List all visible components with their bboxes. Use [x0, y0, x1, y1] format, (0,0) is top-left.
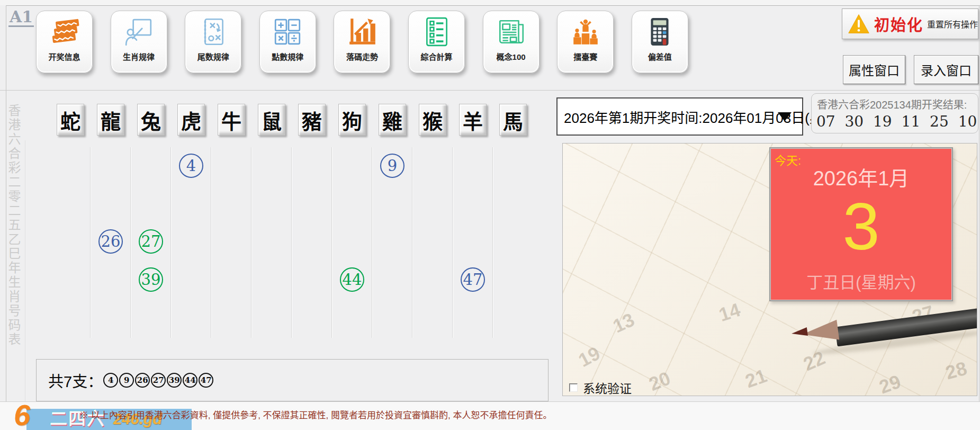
newspaper-icon — [496, 16, 526, 47]
window-top-border — [6, 5, 980, 6]
zodiac-button-12[interactable]: 馬 — [499, 104, 527, 136]
zodiac-button-7[interactable]: 豬 — [298, 104, 326, 136]
grid-number-circle[interactable]: 9 — [380, 154, 404, 178]
sidebar-vertical-title: 香港六合彩二零二五乙巳年生肖号码表 — [7, 104, 20, 347]
summary-label: 共7支： — [48, 369, 103, 391]
initialize-label: 初始化 — [874, 13, 923, 35]
grid-number-circle[interactable]: 27 — [139, 229, 163, 254]
calendar-photo-number: 14 — [716, 299, 743, 326]
last-result-panel: 香港六合彩2025134期开奖结果: 07 30 19 11 25 10+45 — [811, 93, 978, 133]
zodiac-button-11[interactable]: 羊 — [459, 104, 487, 136]
grid-column-line — [452, 147, 453, 338]
grid-column-line — [492, 147, 493, 338]
toolbar-button-label: 偏差值 — [648, 51, 672, 62]
calendar-photo-number: 21 — [742, 364, 770, 392]
toolbar-button-label: 生肖规律 — [123, 51, 155, 62]
checklist-icon — [421, 16, 452, 47]
system-verify-checkbox[interactable] — [569, 383, 578, 392]
toolbar-button-label: 綜合計算 — [420, 51, 452, 62]
grid-column-line — [251, 147, 252, 338]
toolbar-button-4[interactable]: 點數規律 — [259, 11, 316, 73]
calendar-photo-number: 28 — [943, 357, 969, 384]
books-icon — [49, 16, 80, 47]
grid-number-circle[interactable]: 39 — [139, 267, 163, 292]
warning-icon — [848, 13, 870, 34]
entry-window-button[interactable]: 录入窗口 — [914, 55, 978, 84]
calendar-photo-number: 20 — [646, 367, 674, 396]
grid-column-line — [372, 147, 373, 338]
toolbar-button-label: 概念100 — [497, 51, 526, 62]
podium-icon — [570, 16, 601, 47]
zodiac-button-3[interactable]: 兔 — [137, 104, 165, 136]
zodiac-button-5[interactable]: 牛 — [218, 104, 245, 136]
corner-label: A1 — [8, 8, 34, 27]
property-window-button[interactable]: 属性窗口 — [843, 55, 905, 84]
system-verify-row: 系统验证 — [569, 379, 632, 396]
toolbar-button-label: 尾数规律 — [197, 51, 229, 62]
grid-column-line — [291, 147, 292, 338]
today-calendar-card: 今天: 2026年1月 3 丁丑日(星期六) — [769, 147, 953, 301]
toolbar-button-1[interactable]: 开奖信息 — [36, 11, 93, 73]
calendar-day: 3 — [770, 186, 952, 266]
app-window: A1 开奖信息 生肖规律 尾数规律 點數規律 落碼走勢 綜合計算 概念100 擂… — [0, 0, 980, 430]
calendar-photo-number: 19 — [574, 342, 604, 372]
summary-number-circle: 39 — [167, 373, 182, 388]
toolbar-button-8[interactable]: 擂臺賽 — [557, 11, 614, 73]
grid-number-circle[interactable]: 44 — [340, 267, 364, 292]
reset-all-label: 重置所有操作 — [927, 17, 978, 30]
zodiac-button-6[interactable]: 鼠 — [258, 104, 285, 136]
watermark-logo-6: 6 — [14, 400, 30, 430]
grid-column-line — [130, 147, 131, 338]
bar-chart-icon — [347, 16, 377, 47]
grid-number-circle[interactable]: 26 — [98, 229, 123, 254]
toolbar-separator — [0, 90, 980, 91]
summary-number-circle: 27 — [151, 373, 166, 388]
calendar-photo-number: 13 — [609, 309, 638, 338]
selection-summary: 共7支： 492627394447 — [36, 359, 549, 401]
summary-circles: 492627394447 — [103, 373, 214, 388]
toolbar-button-3[interactable]: 尾数规律 — [185, 11, 241, 73]
math-grid-icon — [272, 16, 303, 47]
zodiac-button-1[interactable]: 蛇 — [57, 104, 84, 136]
summary-number-circle: 9 — [119, 373, 134, 388]
initialize-button[interactable]: 初始化 重置所有操作 — [842, 8, 978, 39]
toolbar-button-label: 擂臺賽 — [573, 51, 597, 62]
system-verify-label: 系统验证 — [583, 379, 632, 396]
last-result-title: 香港六合彩2025134期开奖结果: — [817, 96, 978, 112]
summary-number-circle: 44 — [183, 373, 197, 388]
zodiac-button-2[interactable]: 龍 — [97, 104, 124, 136]
toolbar-button-7[interactable]: 概念100 — [483, 11, 540, 73]
calendar-photo-number: 29 — [876, 370, 904, 396]
grid-column-line — [90, 147, 91, 338]
toolbar-button-label: 點數規律 — [272, 51, 303, 62]
zodiac-button-9[interactable]: 雞 — [379, 104, 406, 136]
chevron-down-icon[interactable] — [778, 112, 792, 121]
zodiac-board-icon — [123, 16, 154, 47]
last-result-numbers: 07 30 19 11 25 10+45 — [816, 113, 978, 130]
toolbar-button-2[interactable]: 生肖规律 — [111, 11, 167, 73]
zodiac-button-4[interactable]: 虎 — [177, 104, 205, 136]
summary-number-circle: 4 — [103, 373, 118, 388]
toolbar-button-label: 开奖信息 — [48, 51, 80, 62]
grid-number-circle[interactable]: 47 — [461, 267, 485, 292]
summary-number-circle: 26 — [135, 373, 150, 388]
calculator-icon — [644, 16, 675, 47]
toolbar-button-5[interactable]: 落碼走勢 — [334, 11, 390, 73]
grid-column-line — [211, 147, 212, 338]
zodiac-button-10[interactable]: 猴 — [419, 104, 446, 136]
grid-number-circle[interactable]: 4 — [179, 154, 203, 178]
strategy-icon — [198, 16, 229, 47]
draw-period-dropdown[interactable]: 2026年第1期开奖时间:2026年01月03日(星期六) — [556, 97, 803, 136]
disclaimer-text: ※ 以上內容引用香港六合彩資料, 僅提供參考, 不保證其正確性, 閱覽者若用於投… — [79, 401, 874, 430]
toolbar-button-label: 落碼走勢 — [346, 51, 378, 62]
grid-column-line — [170, 147, 172, 338]
window-right-border — [979, 5, 979, 401]
grid-column-line — [412, 147, 413, 338]
summary-number-circle: 47 — [199, 373, 213, 388]
toolbar-button-6[interactable]: 綜合計算 — [408, 11, 465, 73]
calendar-ganzhi: 丁丑日(星期六) — [770, 269, 952, 293]
window-top-strip — [0, 0, 980, 5]
toolbar-button-9[interactable]: 偏差值 — [632, 11, 688, 73]
content-divider — [25, 140, 25, 401]
zodiac-button-8[interactable]: 狗 — [338, 104, 366, 136]
